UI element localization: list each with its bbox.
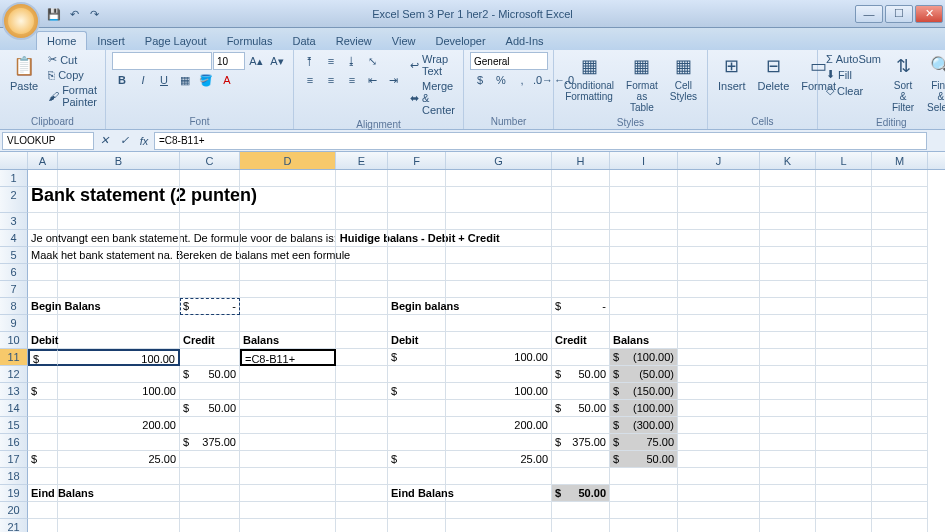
cell-E21[interactable] [336,519,388,532]
cell-E18[interactable] [336,468,388,485]
cell-E20[interactable] [336,502,388,519]
row-header-5[interactable]: 5 [0,247,28,264]
cell-K1[interactable] [760,170,816,187]
cell-E3[interactable] [336,213,388,230]
cell-K4[interactable] [760,230,816,247]
cell-L4[interactable] [816,230,872,247]
row-header-15[interactable]: 15 [0,417,28,434]
cell-M19[interactable] [872,485,928,502]
cell-K14[interactable] [760,400,816,417]
row-header-8[interactable]: 8 [0,298,28,315]
column-header-J[interactable]: J [678,152,760,169]
cell-D8[interactable] [240,298,336,315]
cell-E4[interactable] [336,230,388,247]
insert-cells-button[interactable]: ⊞Insert [714,52,750,94]
cell-D15[interactable] [240,417,336,434]
fill-button[interactable]: ⬇Fill [824,67,883,82]
cell-G11[interactable]: 100.00 [446,349,552,366]
cell-I21[interactable] [610,519,678,532]
minimize-button[interactable]: — [855,5,883,23]
cell-M8[interactable] [872,298,928,315]
row-header-4[interactable]: 4 [0,230,28,247]
column-header-E[interactable]: E [336,152,388,169]
cell-F19[interactable]: Eind Balans [388,485,446,502]
cell-H2[interactable] [552,187,610,213]
cell-D3[interactable] [240,213,336,230]
cell-J13[interactable] [678,383,760,400]
cell-L12[interactable] [816,366,872,383]
cell-H4[interactable] [552,230,610,247]
row-header-16[interactable]: 16 [0,434,28,451]
conditional-formatting-button[interactable]: ▦Conditional Formatting [560,52,618,104]
cell-E13[interactable] [336,383,388,400]
row-header-17[interactable]: 17 [0,451,28,468]
comma-button[interactable]: , [512,71,532,89]
cell-C17[interactable] [180,451,240,468]
cell-I5[interactable] [610,247,678,264]
name-box[interactable]: VLOOKUP [2,132,94,150]
cell-J20[interactable] [678,502,760,519]
cell-A21[interactable] [28,519,58,532]
row-header-20[interactable]: 20 [0,502,28,519]
cell-L19[interactable] [816,485,872,502]
cell-G8[interactable] [446,298,552,315]
cell-H6[interactable] [552,264,610,281]
save-icon[interactable]: 💾 [46,6,62,22]
cell-I7[interactable] [610,281,678,298]
cell-L10[interactable] [816,332,872,349]
cell-C15[interactable] [180,417,240,434]
cell-M4[interactable] [872,230,928,247]
cell-B8[interactable] [58,298,180,315]
cell-D17[interactable] [240,451,336,468]
cell-J2[interactable] [678,187,760,213]
row-header-6[interactable]: 6 [0,264,28,281]
cell-K2[interactable] [760,187,816,213]
cell-L18[interactable] [816,468,872,485]
cell-B21[interactable] [58,519,180,532]
clear-button[interactable]: ◇Clear [824,83,883,98]
cell-G21[interactable] [446,519,552,532]
cell-J16[interactable] [678,434,760,451]
row-header-21[interactable]: 21 [0,519,28,532]
cell-L8[interactable] [816,298,872,315]
italic-button[interactable]: I [133,71,153,89]
cell-L3[interactable] [816,213,872,230]
cell-A14[interactable] [28,400,58,417]
font-color-button[interactable]: A [217,71,237,89]
cell-A10[interactable]: Debit [28,332,58,349]
cell-G2[interactable] [446,187,552,213]
cell-G14[interactable] [446,400,552,417]
cell-J18[interactable] [678,468,760,485]
cell-G13[interactable]: 100.00 [446,383,552,400]
cell-L16[interactable] [816,434,872,451]
cell-I14[interactable]: $(100.00) [610,400,678,417]
cell-F2[interactable] [388,187,446,213]
cell-G10[interactable] [446,332,552,349]
column-header-F[interactable]: F [388,152,446,169]
cell-G16[interactable] [446,434,552,451]
cell-B12[interactable] [58,366,180,383]
cell-F1[interactable] [388,170,446,187]
cell-G17[interactable]: 25.00 [446,451,552,468]
tab-data[interactable]: Data [282,32,325,50]
cell-F20[interactable] [388,502,446,519]
maximize-button[interactable]: ☐ [885,5,913,23]
cell-D16[interactable] [240,434,336,451]
tab-view[interactable]: View [382,32,426,50]
cell-A12[interactable] [28,366,58,383]
cell-H7[interactable] [552,281,610,298]
cell-A2[interactable]: Bank statement (2 punten) [28,187,58,213]
row-header-2[interactable]: 2 [0,187,28,213]
find-select-button[interactable]: 🔍Find & Select [923,52,945,115]
formula-input[interactable]: =C8-B11+ [154,132,927,150]
column-header-B[interactable]: B [58,152,180,169]
grow-font-button[interactable]: A▴ [246,52,266,70]
cell-E16[interactable] [336,434,388,451]
border-button[interactable]: ▦ [175,71,195,89]
cell-B15[interactable]: 200.00 [58,417,180,434]
cell-B17[interactable]: 25.00 [58,451,180,468]
cell-D5[interactable] [240,247,336,264]
cell-J11[interactable] [678,349,760,366]
cell-A5[interactable]: Maak het bank statement na. Bereken de b… [28,247,58,264]
cell-A13[interactable]: $ [28,383,58,400]
